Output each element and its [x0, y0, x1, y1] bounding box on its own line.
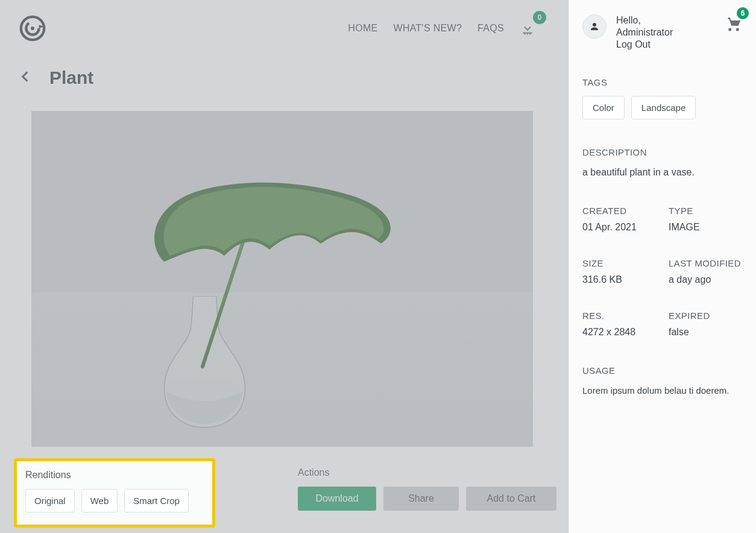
add-to-cart-button[interactable]: Add to Cart	[466, 487, 556, 511]
user-icon	[589, 21, 600, 32]
nav-whats-new[interactable]: WHAT'S NEW?	[393, 23, 462, 34]
logout-link[interactable]: Log Out	[616, 39, 715, 51]
meta-type-value: IMAGE	[669, 222, 743, 233]
svg-point-5	[527, 34, 528, 35]
actions-heading: Actions	[298, 467, 556, 478]
downloads-badge: 0	[533, 11, 546, 24]
meta-last-modified: LAST MODIFIED a day ago	[669, 258, 743, 285]
meta-created: CREATED 01 Apr. 2021	[582, 206, 657, 233]
meta-size-value: 316.6 KB	[582, 274, 657, 285]
nav-home[interactable]: HOME	[348, 23, 377, 34]
page-title: Plant	[49, 68, 93, 88]
rendition-web[interactable]: Web	[81, 489, 118, 512]
actions-section: Actions Download Share Add to Cart	[298, 467, 556, 511]
nav-faqs[interactable]: FAQS	[477, 23, 504, 34]
meta-resolution-value: 4272 x 2848	[582, 327, 657, 338]
user-row: Hello, Administrator Log Out 6	[582, 14, 743, 51]
brand-logo-icon[interactable]	[18, 14, 47, 43]
asset-preview-area	[0, 99, 569, 489]
meta-resolution: RES. 4272 x 2848	[582, 311, 657, 338]
title-bar: Plant	[0, 57, 569, 99]
download-button[interactable]: Download	[298, 487, 376, 511]
renditions-heading: Renditions	[25, 470, 204, 481]
meta-last-modified-label: LAST MODIFIED	[669, 258, 743, 268]
tags-heading: TAGS	[582, 77, 743, 87]
renditions-panel: Renditions Original Web Smart Crop	[14, 458, 215, 528]
meta-type: TYPE IMAGE	[669, 206, 743, 233]
tag-landscape[interactable]: Landscape	[631, 96, 696, 119]
svg-point-4	[524, 34, 526, 35]
download-icon	[520, 20, 535, 36]
svg-point-6	[529, 34, 531, 35]
user-greeting: Hello,	[616, 14, 715, 27]
description-text: a beautiful plant in a vase.	[582, 166, 743, 179]
leaf-illustration	[140, 171, 399, 286]
topbar: HOME WHAT'S NEW? FAQS 0	[0, 0, 569, 57]
meta-created-value: 01 Apr. 2021	[582, 222, 657, 233]
share-button[interactable]: Share	[383, 487, 459, 511]
cart-badge: 6	[737, 7, 749, 19]
meta-expired: EXPIRED false	[669, 311, 743, 338]
meta-created-label: CREATED	[582, 206, 657, 216]
user-name: Administrator	[616, 27, 715, 39]
avatar[interactable]	[582, 14, 606, 39]
rendition-smart-crop[interactable]: Smart Crop	[124, 489, 189, 512]
meta-type-label: TYPE	[669, 206, 743, 216]
svg-point-2	[31, 27, 34, 30]
meta-expired-value: false	[669, 327, 743, 338]
details-sidebar: Hello, Administrator Log Out 6 TAGS Colo…	[569, 0, 756, 533]
meta-resolution-label: RES.	[582, 311, 657, 321]
tag-color[interactable]: Color	[582, 96, 625, 119]
chevron-left-icon	[17, 69, 33, 84]
meta-last-modified-value: a day ago	[669, 274, 743, 285]
usage-text: Lorem ipsum dolum belau ti doerem.	[582, 384, 743, 397]
asset-image[interactable]	[31, 111, 533, 447]
usage-section: USAGE Lorem ipsum dolum belau ti doerem.	[582, 365, 743, 397]
rendition-original[interactable]: Original	[25, 489, 75, 512]
description-heading: DESCRIPTION	[582, 147, 743, 157]
usage-heading: USAGE	[582, 365, 743, 376]
meta-expired-label: EXPIRED	[669, 311, 743, 321]
cart-button[interactable]: 6	[725, 14, 743, 35]
downloads-button[interactable]: 0	[520, 20, 535, 36]
user-text: Hello, Administrator Log Out	[616, 14, 715, 51]
metadata-grid: CREATED 01 Apr. 2021 TYPE IMAGE SIZE 316…	[582, 206, 743, 338]
top-nav: HOME WHAT'S NEW? FAQS 0	[348, 0, 535, 57]
main-content: HOME WHAT'S NEW? FAQS 0 Plant	[0, 0, 569, 533]
meta-size: SIZE 316.6 KB	[582, 258, 657, 285]
back-button[interactable]	[17, 69, 33, 87]
tags-row: Color Landscape	[582, 96, 743, 119]
meta-size-label: SIZE	[582, 258, 657, 268]
